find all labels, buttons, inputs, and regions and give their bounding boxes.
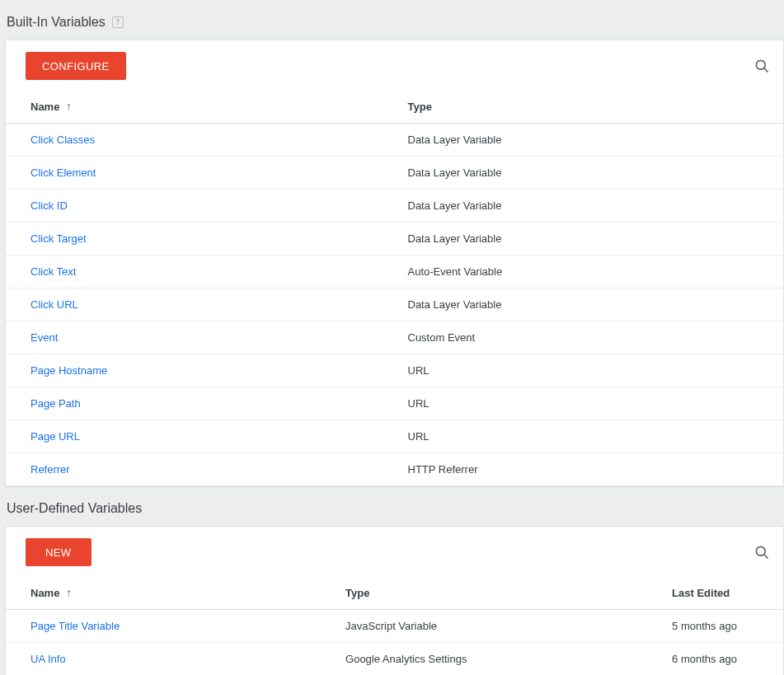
- built-in-section-title: Built-In Variables ?: [0, 0, 784, 40]
- svg-point-2: [756, 546, 765, 555]
- built-in-panel: CONFIGURE Name ↑ Type Click ClassesData …: [5, 40, 784, 486]
- table-row[interactable]: UA InfoGoogle Analytics Settings6 months…: [6, 643, 783, 676]
- user-defined-section-label: User-Defined Variables: [7, 501, 142, 516]
- variable-type: Auto-Event Variable: [395, 255, 784, 288]
- built-in-section-label: Built-In Variables: [7, 15, 106, 30]
- table-row[interactable]: Click TargetData Layer Variable: [6, 223, 783, 255]
- user-col-last-edited[interactable]: Last Edited: [659, 578, 783, 610]
- table-row[interactable]: EventCustom Event: [6, 321, 783, 354]
- built-in-col-type[interactable]: Type: [395, 91, 784, 124]
- variable-link[interactable]: Click Classes: [31, 134, 95, 146]
- search-icon[interactable]: [753, 58, 770, 74]
- built-in-col-name[interactable]: Name ↑: [6, 91, 395, 124]
- variable-link[interactable]: Click ID: [31, 199, 68, 212]
- variable-link[interactable]: Click Text: [31, 265, 76, 278]
- table-row[interactable]: Page PathURL: [6, 387, 783, 420]
- variable-last-edited: 6 months ago: [659, 643, 783, 676]
- table-row[interactable]: Click ElementData Layer Variable: [6, 157, 783, 190]
- variable-link[interactable]: Event: [31, 331, 58, 344]
- svg-line-1: [764, 68, 768, 73]
- sort-asc-icon: ↑: [66, 100, 72, 113]
- variable-type: Data Layer Variable: [395, 288, 784, 321]
- configure-button[interactable]: CONFIGURE: [26, 52, 126, 80]
- variable-type: URL: [395, 387, 784, 420]
- built-in-table: Name ↑ Type Click ClassesData Layer Vari…: [6, 91, 783, 485]
- col-label: Name: [31, 101, 59, 113]
- variable-type: Data Layer Variable: [395, 124, 784, 157]
- col-label: Type: [345, 587, 369, 599]
- col-label: Type: [408, 101, 432, 113]
- new-button[interactable]: NEW: [26, 538, 92, 566]
- variable-type: Google Analytics Settings: [332, 643, 659, 676]
- variable-link[interactable]: Click Target: [31, 232, 87, 245]
- variable-last-edited: 5 months ago: [659, 610, 783, 643]
- table-row[interactable]: Page Title VariableJavaScript Variable5 …: [6, 610, 783, 643]
- variable-link[interactable]: Click Element: [31, 166, 96, 179]
- variable-type: JavaScript Variable: [332, 610, 659, 643]
- svg-point-0: [756, 60, 765, 69]
- svg-line-3: [764, 555, 768, 559]
- variable-link[interactable]: Page URL: [31, 430, 80, 443]
- variable-link[interactable]: UA Info: [31, 653, 66, 665]
- variable-type: HTTP Referrer: [395, 453, 784, 486]
- variable-type: Custom Event: [395, 321, 784, 354]
- variable-type: URL: [395, 420, 784, 453]
- sort-asc-icon: ↑: [66, 586, 72, 599]
- table-row[interactable]: Click TextAuto-Event Variable: [6, 255, 783, 288]
- table-row[interactable]: Click ClassesData Layer Variable: [6, 124, 783, 157]
- user-col-name[interactable]: Name ↑: [6, 578, 332, 610]
- user-col-type[interactable]: Type: [332, 578, 659, 610]
- variable-link[interactable]: Referrer: [31, 463, 70, 476]
- variable-type: Data Layer Variable: [395, 190, 784, 223]
- table-row[interactable]: Click IDData Layer Variable: [6, 190, 783, 223]
- help-icon[interactable]: ?: [112, 16, 124, 28]
- user-defined-panel: NEW Name ↑ Type Last Edited: [5, 526, 784, 675]
- variable-type: Data Layer Variable: [395, 223, 784, 255]
- table-row[interactable]: Page HostnameURL: [6, 354, 783, 387]
- variable-link[interactable]: Click URL: [31, 298, 78, 311]
- user-defined-toolbar: NEW: [6, 527, 783, 578]
- built-in-toolbar: CONFIGURE: [6, 40, 783, 91]
- table-row[interactable]: Click URLData Layer Variable: [6, 288, 783, 321]
- search-icon[interactable]: [753, 544, 770, 560]
- variable-link[interactable]: Page Title Variable: [31, 620, 120, 632]
- variable-link[interactable]: Page Hostname: [31, 364, 107, 377]
- col-label: Last Edited: [672, 587, 730, 599]
- user-defined-table: Name ↑ Type Last Edited Page Title Varia…: [6, 578, 783, 675]
- variable-type: URL: [395, 354, 784, 387]
- col-label: Name: [31, 587, 59, 599]
- variable-type: Data Layer Variable: [395, 157, 784, 190]
- variable-link[interactable]: Page Path: [31, 397, 81, 410]
- table-row[interactable]: Page URLURL: [6, 420, 783, 453]
- table-row[interactable]: ReferrerHTTP Referrer: [6, 453, 783, 486]
- user-defined-section-title: User-Defined Variables: [0, 486, 784, 526]
